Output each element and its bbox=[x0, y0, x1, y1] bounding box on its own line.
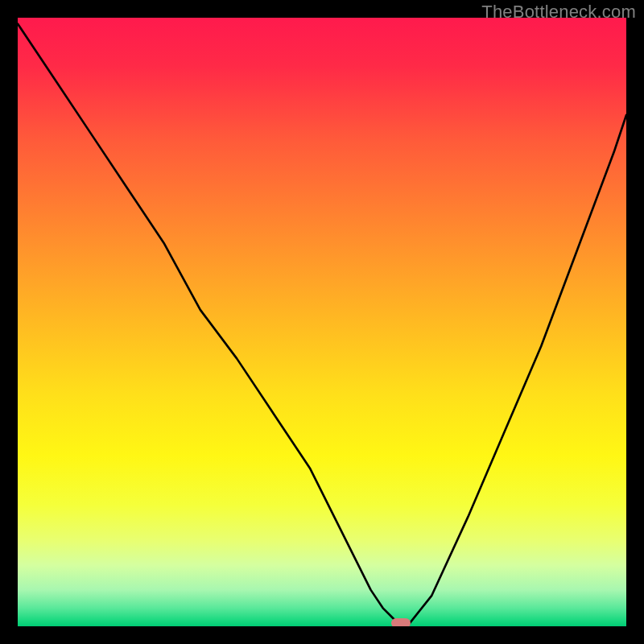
curve-path bbox=[18, 24, 626, 626]
optimum-marker bbox=[391, 618, 411, 626]
chart-frame: TheBottleneck.com bbox=[0, 0, 644, 644]
bottleneck-curve bbox=[18, 18, 626, 626]
plot-area bbox=[18, 18, 626, 626]
watermark-text: TheBottleneck.com bbox=[481, 2, 636, 23]
